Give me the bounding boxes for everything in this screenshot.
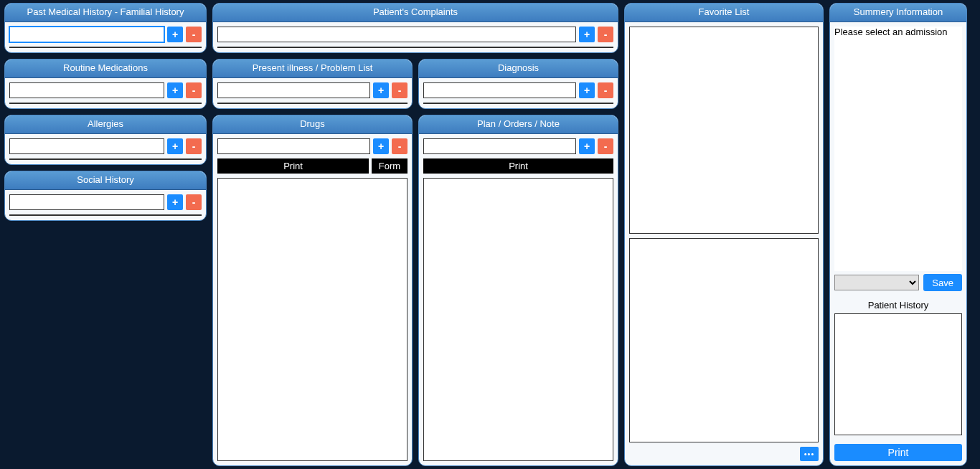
complaints-remove-button[interactable]: - (598, 27, 613, 42)
panel-title: Patient's Complaints (213, 4, 618, 22)
favorite-more-button[interactable]: ••• (800, 447, 819, 461)
summary-information-panel: Summery Information Please select an adm… (829, 3, 967, 466)
panel-title: Favorite List (625, 4, 823, 22)
panel-title: Diagnosis (419, 60, 618, 78)
drugs-input[interactable] (217, 138, 370, 154)
past-medical-history-panel: Past Medical History - Familial History … (4, 3, 207, 53)
summary-area (834, 37, 962, 271)
print-button[interactable]: Print (834, 444, 962, 461)
plan-list[interactable] (423, 178, 613, 461)
diagnosis-list[interactable] (423, 103, 613, 104)
favorite-list[interactable] (629, 238, 819, 442)
favorite-input[interactable] (629, 27, 819, 234)
illness-remove-button[interactable]: - (392, 82, 407, 98)
diagnosis-add-button[interactable]: + (579, 82, 595, 98)
patients-complaints-panel: Patient's Complaints + - (212, 3, 618, 53)
allergies-add-button[interactable]: + (167, 138, 183, 154)
drugs-print-button[interactable]: Print (217, 158, 369, 174)
left-column: Past Medical History - Familial History … (4, 3, 207, 466)
pmh-input[interactable] (9, 27, 164, 42)
rm-add-button[interactable]: + (167, 82, 183, 98)
drugs-list[interactable] (217, 178, 407, 461)
save-button[interactable]: Save (923, 274, 962, 291)
favorite-list-panel: Favorite List ••• (624, 3, 824, 466)
illness-add-button[interactable]: + (373, 82, 389, 98)
plan-remove-button[interactable]: - (598, 138, 613, 154)
pmh-list[interactable] (9, 47, 202, 48)
panel-title: Present illness / Problem List (213, 60, 412, 78)
pmh-add-button[interactable]: + (167, 27, 183, 42)
allergies-list[interactable] (9, 158, 202, 160)
diagnosis-input[interactable] (423, 82, 576, 98)
panel-title: Summery Information (830, 4, 966, 22)
drugs-panel: Drugs + - Print Form (212, 115, 413, 466)
complaints-input[interactable] (217, 27, 576, 42)
allergies-panel: Allergies + - (4, 115, 207, 165)
rm-input[interactable] (9, 82, 164, 98)
routine-medications-panel: Routine Medications + - (4, 59, 207, 109)
plan-print-button[interactable]: Print (423, 158, 613, 174)
sh-add-button[interactable]: + (167, 194, 183, 210)
rm-list[interactable] (9, 103, 202, 104)
panel-title: Plan / Orders / Note (419, 115, 618, 134)
favorite-column: Favorite List ••• (624, 3, 824, 466)
plan-add-button[interactable]: + (579, 138, 595, 154)
main-layout: Past Medical History - Familial History … (0, 0, 980, 469)
present-illness-panel: Present illness / Problem List + - (212, 59, 413, 109)
panel-title: Drugs (213, 115, 412, 134)
panel-title: Social History (5, 171, 206, 190)
diagnosis-remove-button[interactable]: - (598, 82, 613, 98)
pmh-remove-button[interactable]: - (186, 27, 202, 42)
plan-orders-note-panel: Plan / Orders / Note + - Print (418, 115, 618, 466)
complaints-add-button[interactable]: + (579, 27, 595, 42)
rm-remove-button[interactable]: - (186, 82, 202, 98)
diagnosis-panel: Diagnosis + - (418, 59, 618, 109)
summary-select[interactable] (834, 275, 919, 290)
panel-title: Routine Medications (5, 60, 206, 78)
panel-title: Past Medical History - Familial History (5, 4, 206, 22)
drugs-form-button[interactable]: Form (372, 158, 407, 174)
sh-list[interactable] (9, 214, 202, 216)
allergies-remove-button[interactable]: - (186, 138, 202, 154)
plan-input[interactable] (423, 138, 576, 154)
sh-input[interactable] (9, 194, 164, 210)
patient-history-label: Patient History (834, 300, 962, 311)
sh-remove-button[interactable]: - (186, 194, 202, 210)
allergies-input[interactable] (9, 138, 164, 154)
patient-history-box[interactable] (834, 313, 962, 435)
social-history-panel: Social History + - (4, 171, 207, 221)
drugs-add-button[interactable]: + (373, 138, 389, 154)
illness-list[interactable] (217, 103, 407, 104)
summary-message: Please select an admission (834, 27, 962, 37)
summary-column: Summery Information Please select an adm… (829, 3, 967, 466)
drugs-remove-button[interactable]: - (392, 138, 407, 154)
complaints-list[interactable] (217, 47, 613, 48)
center-column: Patient's Complaints + - Present illness… (212, 3, 618, 466)
panel-title: Allergies (5, 115, 206, 134)
illness-input[interactable] (217, 82, 370, 98)
